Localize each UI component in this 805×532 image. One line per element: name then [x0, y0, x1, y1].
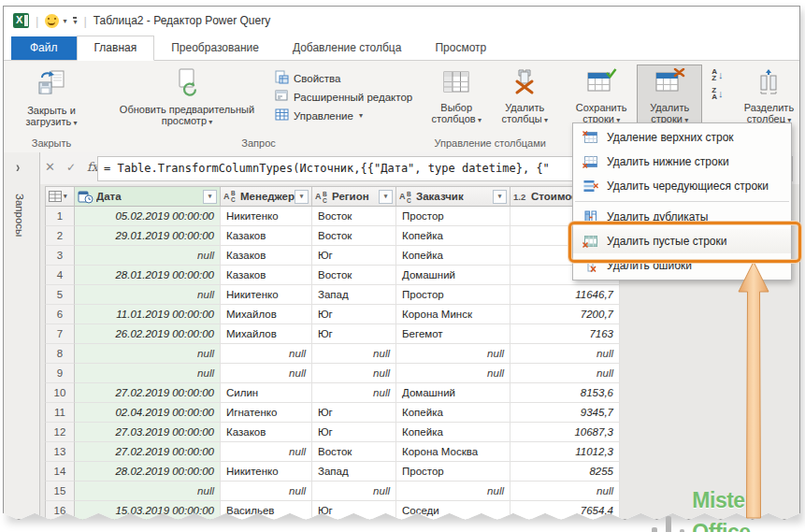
table-cell[interactable]: null — [396, 482, 510, 501]
smiley-caret-icon[interactable]: ▾ — [63, 17, 66, 25]
table-cell[interactable]: Юг — [312, 403, 396, 423]
table-cell[interactable]: 27.02.2019 00:00:00 — [75, 442, 221, 462]
table-cell[interactable]: null — [75, 246, 221, 266]
table-cell[interactable]: 05.02.2019 00:00:00 — [75, 207, 221, 226]
keep-rows-button[interactable]: Сохранить строки — [566, 65, 637, 130]
table-cell[interactable]: Восток — [312, 207, 396, 226]
filter-dropdown-icon[interactable]: ▾ — [493, 190, 507, 204]
refresh-preview-button[interactable]: Обновить предварительный просмотр — [103, 65, 271, 132]
close-and-load-button[interactable]: Закрыть и загрузить — [7, 65, 95, 133]
table-cell[interactable]: Корона Минск — [396, 305, 510, 324]
table-cell[interactable]: Восток — [312, 442, 396, 462]
table-cell[interactable]: 7163 — [510, 324, 620, 344]
sort-ascending-button[interactable]: AZ ↓ — [712, 68, 723, 81]
table-cell[interactable]: Юг — [312, 423, 396, 442]
cancel-formula-icon[interactable]: ✕ — [45, 160, 55, 174]
table-cell[interactable]: 27.03.2019 00:00:00 — [75, 423, 221, 442]
remove-rows-button[interactable]: Удалить строки — [637, 65, 702, 130]
table-cell[interactable]: 29.01.2019 00:00:00 — [75, 226, 221, 246]
table-cell[interactable]: Корона Москва — [396, 442, 510, 462]
row-number[interactable]: 11 — [45, 403, 75, 423]
table-cell[interactable]: Казаков — [221, 226, 312, 246]
column-header-region[interactable]: ABC Регион ▾ — [312, 186, 396, 207]
table-cell[interactable]: Восток — [312, 226, 396, 246]
table-cell[interactable]: 26.02.2019 00:00:00 — [75, 324, 221, 344]
table-cell[interactable]: 28.01.2019 00:00:00 — [75, 266, 221, 285]
table-cell[interactable]: null — [312, 364, 396, 383]
tab-view[interactable]: Просмотр — [418, 36, 503, 60]
table-cell[interactable]: 11012,3 — [510, 442, 620, 462]
table-cell[interactable]: Силин — [221, 383, 312, 403]
table-cell[interactable]: null — [312, 482, 396, 501]
table-cell[interactable]: Никитенко — [221, 462, 312, 482]
row-number[interactable]: 5 — [45, 285, 75, 305]
row-number[interactable]: 9 — [45, 364, 75, 383]
remove-columns-button[interactable]: Удалить столбцы — [491, 65, 558, 130]
column-header-manager[interactable]: ABC Менеджер ▾ — [221, 186, 312, 207]
table-cell[interactable]: Юг — [312, 305, 396, 324]
menu-item[interactable]: Удалить чередующиеся строки — [573, 174, 791, 198]
table-cell[interactable]: Копейка — [396, 226, 510, 246]
table-cell[interactable]: Простор — [396, 462, 510, 482]
table-cell[interactable]: Копейка — [396, 423, 510, 442]
table-cell[interactable]: Копейка — [396, 403, 510, 423]
row-number[interactable]: 3 — [45, 246, 75, 266]
table-cell[interactable]: 7200,7 — [510, 305, 620, 324]
split-column-button[interactable]: Разделить столбец — [732, 65, 805, 130]
table-cell[interactable]: 28.02.2019 00:00:00 — [75, 462, 221, 482]
row-number[interactable]: 7 — [45, 324, 75, 344]
commit-formula-icon[interactable]: ✓ — [66, 161, 76, 174]
properties-button[interactable]: Свойства — [275, 70, 412, 86]
table-cell[interactable]: Домашний — [396, 383, 510, 403]
table-cell[interactable]: null — [75, 482, 221, 501]
table-cell[interactable]: 8255 — [510, 462, 620, 482]
column-header-client[interactable]: ABC Заказчик ▾ — [396, 186, 510, 207]
menu-item[interactable]: Удалить нижние строки — [573, 150, 791, 174]
table-cell[interactable]: Никитенко — [221, 207, 312, 226]
table-cell[interactable]: Юг — [312, 324, 396, 344]
table-cell[interactable]: null — [396, 364, 510, 383]
menu-item[interactable]: Удаление верхних строк — [573, 125, 791, 150]
manage-button[interactable]: Управление — [275, 108, 412, 123]
table-cell[interactable]: Домашний — [396, 266, 510, 285]
quick-access-customize-icon[interactable]: ▾ — [73, 17, 77, 25]
table-cell[interactable]: Запад — [312, 462, 396, 482]
table-cell[interactable]: Восток — [312, 266, 396, 285]
table-cell[interactable]: Михайлов — [221, 305, 312, 324]
filter-dropdown-icon[interactable]: ▾ — [295, 190, 309, 204]
column-header-date[interactable]: Дата ▾ — [75, 186, 221, 207]
row-number[interactable]: 4 — [45, 266, 75, 285]
table-cell[interactable]: null — [221, 344, 312, 364]
table-cell[interactable]: Запад — [312, 285, 396, 305]
table-cell[interactable]: null — [221, 364, 312, 383]
table-cell[interactable]: Бегемот — [396, 324, 510, 344]
table-cell[interactable]: null — [75, 364, 221, 383]
table-cell[interactable]: Никитенко — [221, 285, 312, 305]
tab-transform[interactable]: Преобразование — [154, 36, 276, 60]
row-number[interactable]: 12 — [45, 423, 75, 442]
table-cell[interactable]: Простор — [396, 207, 510, 226]
table-cell[interactable]: null — [75, 285, 221, 305]
row-number[interactable]: 15 — [45, 482, 75, 501]
table-cell[interactable]: null — [510, 482, 620, 501]
table-cell[interactable]: 02.04.2019 00:00:00 — [75, 403, 221, 423]
table-cell[interactable]: 11.01.2019 00:00:00 — [75, 305, 221, 324]
table-cell[interactable]: null — [312, 383, 396, 403]
table-cell[interactable]: null — [312, 344, 396, 364]
row-number[interactable]: 1 — [45, 207, 75, 226]
tab-home[interactable]: Главная — [77, 36, 155, 61]
table-cell[interactable]: Казаков — [221, 266, 312, 285]
table-cell[interactable]: Казаков — [221, 423, 312, 442]
row-number[interactable]: 13 — [45, 442, 75, 462]
table-cell[interactable]: 27.02.2019 00:00:00 — [75, 383, 221, 403]
row-number[interactable]: 8 — [45, 344, 75, 364]
row-number[interactable]: 6 — [45, 305, 75, 324]
row-number[interactable]: 2 — [45, 226, 75, 246]
expand-queries-chevron-icon[interactable]: › — [16, 158, 20, 177]
table-cell[interactable]: Михайлов — [221, 324, 312, 344]
table-cell[interactable]: 10687,3 — [510, 423, 620, 442]
tab-file[interactable]: Файл — [11, 36, 77, 60]
advanced-editor-button[interactable]: Расширенный редактор — [275, 89, 412, 105]
table-cell[interactable]: 9345,7 — [510, 403, 620, 423]
table-cell[interactable]: Юг — [312, 246, 396, 266]
